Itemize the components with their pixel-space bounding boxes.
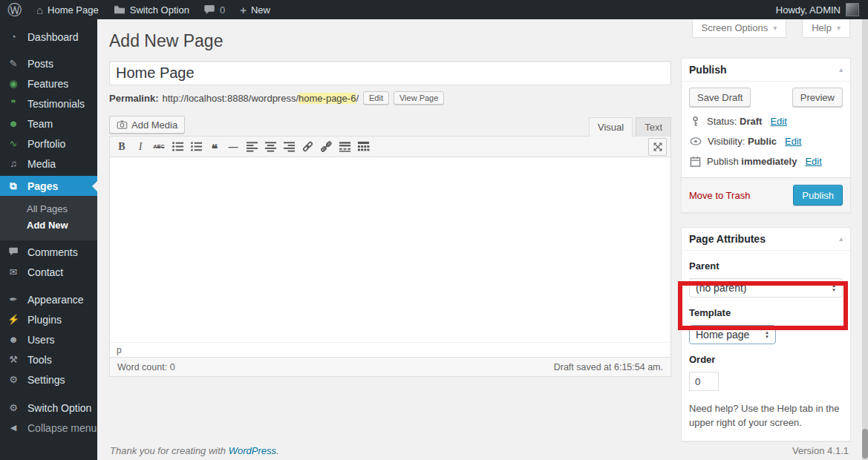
scrollbar-thumb[interactable] bbox=[862, 429, 868, 459]
move-to-trash-link[interactable]: Move to Trash bbox=[689, 190, 750, 201]
edit-status-link[interactable]: Edit bbox=[770, 116, 786, 127]
testimonials-icon: ❞ bbox=[7, 99, 20, 108]
chevron-down-icon: ▾ bbox=[837, 24, 841, 32]
status-pin-icon bbox=[690, 116, 701, 127]
admin-bar-account[interactable]: Howdy, ADMIN bbox=[776, 0, 868, 19]
editor-element-path[interactable]: p bbox=[110, 342, 670, 357]
schedule-value: immediately bbox=[741, 156, 797, 167]
sidebar-item-team[interactable]: ☻ Team bbox=[0, 114, 97, 134]
plus-icon: + bbox=[240, 4, 247, 16]
preview-button[interactable]: Preview bbox=[792, 88, 843, 107]
comments-bubble-icon bbox=[7, 247, 20, 257]
sidebar-item-label: Team bbox=[27, 118, 53, 130]
bullet-list-button[interactable] bbox=[169, 139, 186, 155]
status-label: Status: Draft bbox=[707, 116, 762, 127]
visibility-label: Visibility: Public bbox=[708, 136, 777, 147]
sidebar-item-plugins[interactable]: ⚡ Plugins bbox=[0, 309, 97, 329]
sidebar-item-collapse-menu[interactable]: ◀ Collapse menu bbox=[0, 418, 97, 438]
publish-button[interactable]: Publish bbox=[793, 185, 843, 206]
editor-column: Add New Page Permalink: http://localhost… bbox=[109, 30, 671, 377]
sidebar-item-switch-option[interactable]: ⚙ Switch Option bbox=[0, 398, 97, 418]
scrollbar-track[interactable] bbox=[862, 19, 868, 460]
sidebar-item-label: Porftolio bbox=[27, 138, 65, 150]
page-attributes-title: Page Attributes bbox=[689, 233, 766, 245]
align-right-button[interactable] bbox=[280, 139, 298, 155]
visibility-eye-icon bbox=[690, 137, 702, 146]
strikethrough-button[interactable]: ABC bbox=[150, 139, 168, 155]
page-title: Add New Page bbox=[109, 31, 671, 51]
align-left-button[interactable] bbox=[243, 139, 261, 155]
bold-button[interactable]: B bbox=[113, 139, 131, 155]
visibility-row: Visibility: Public Edit bbox=[690, 136, 842, 147]
editor-content-area[interactable] bbox=[110, 157, 670, 342]
template-select[interactable]: Home page ▲▼ bbox=[689, 325, 776, 344]
italic-button[interactable]: I bbox=[131, 139, 149, 155]
admin-bar-new[interactable]: + New bbox=[232, 0, 278, 19]
parent-select-value: (no parent) bbox=[696, 282, 746, 294]
wordpress-link[interactable]: WordPress bbox=[229, 445, 276, 456]
help-button[interactable]: Help ▾ bbox=[802, 19, 850, 38]
numbered-list-button[interactable] bbox=[187, 139, 205, 155]
page-attributes-header[interactable]: Page Attributes ▴ bbox=[682, 228, 850, 251]
sidebar-item-posts[interactable]: ✎ Posts bbox=[0, 53, 97, 73]
publish-box: Publish ▴ Save Draft Preview Status: Dra… bbox=[681, 58, 851, 213]
comment-count: 0 bbox=[220, 4, 225, 16]
select-arrows-icon: ▲▼ bbox=[832, 284, 836, 292]
publish-box-body: Save Draft Preview Status: Draft Edit Vi… bbox=[682, 82, 850, 177]
sidebar-item-appearance[interactable]: ✒ Appearance bbox=[0, 289, 97, 309]
submenu-item-add-new[interactable]: Add New bbox=[0, 217, 97, 234]
sidebar-item-testimonials[interactable]: ❞ Testimonials bbox=[0, 93, 97, 114]
align-center-button[interactable] bbox=[261, 139, 279, 155]
collapse-toggle-icon[interactable]: ▴ bbox=[839, 235, 843, 243]
sidebar-item-comments[interactable]: Comments bbox=[0, 242, 97, 262]
admin-bar-switch-option[interactable]: Switch Option bbox=[106, 0, 197, 19]
status-row: Status: Draft Edit bbox=[690, 116, 842, 127]
insert-link-button[interactable] bbox=[298, 139, 316, 155]
edit-visibility-link[interactable]: Edit bbox=[785, 136, 801, 147]
screen-options-button[interactable]: Screen Options ▾ bbox=[692, 19, 787, 38]
distraction-free-button[interactable] bbox=[648, 138, 667, 156]
posts-icon: ✎ bbox=[7, 59, 20, 68]
order-input[interactable] bbox=[689, 372, 719, 391]
screen-options-label: Screen Options bbox=[702, 22, 769, 33]
sidebar-item-label: Plugins bbox=[27, 314, 62, 326]
envelope-icon: ✉ bbox=[7, 267, 20, 277]
sidebar-item-label: Settings bbox=[27, 374, 65, 386]
toolbar-toggle-button[interactable] bbox=[354, 139, 372, 155]
remove-link-button[interactable] bbox=[317, 139, 335, 155]
sidebar-item-dashboard[interactable]: ◔ Dashboard bbox=[0, 27, 97, 47]
word-count: Word count: 0 bbox=[117, 362, 175, 372]
admin-bar-site-name[interactable]: ⌂ Home Page bbox=[29, 0, 106, 19]
sidebar-item-pages[interactable]: ⧉ Pages bbox=[0, 176, 97, 196]
tab-visual[interactable]: Visual bbox=[589, 117, 633, 137]
view-page-button[interactable]: View Page bbox=[394, 91, 444, 105]
submenu-item-all-pages[interactable]: All Pages bbox=[0, 201, 97, 217]
sidebar-item-settings[interactable]: ⚙ Settings bbox=[0, 369, 97, 390]
add-media-button[interactable]: Add Media bbox=[109, 116, 185, 134]
wordpress-logo-menu[interactable]: Ⓦ bbox=[0, 0, 29, 19]
tab-text[interactable]: Text bbox=[636, 117, 671, 137]
publish-box-header[interactable]: Publish ▴ bbox=[682, 59, 850, 82]
users-person-icon: ☻ bbox=[7, 335, 20, 344]
admin-bar-comments[interactable]: 0 bbox=[197, 0, 232, 19]
more-tag-button[interactable] bbox=[336, 139, 353, 155]
sidebar-item-contact[interactable]: ✉ Contact bbox=[0, 262, 97, 282]
post-title-input[interactable] bbox=[109, 61, 671, 85]
save-draft-button[interactable]: Save Draft bbox=[689, 88, 751, 107]
sidebar-item-label: Dashboard bbox=[27, 31, 79, 43]
blockquote-button[interactable]: ❝ bbox=[206, 137, 223, 157]
collapse-toggle-icon[interactable]: ▴ bbox=[839, 66, 843, 73]
sidebar-item-features[interactable]: ◉ Features bbox=[0, 73, 97, 93]
sidebar-item-porftolio[interactable]: ∿ Porftolio bbox=[0, 134, 97, 154]
site-name-label: Home Page bbox=[48, 4, 99, 16]
parent-select[interactable]: (no parent) ▲▼ bbox=[689, 278, 843, 298]
edit-permalink-button[interactable]: Edit bbox=[363, 91, 389, 105]
sidebar-item-media[interactable]: ♫ Media bbox=[0, 154, 97, 174]
horizontal-rule-button[interactable]: — bbox=[224, 139, 242, 155]
sidebar-item-tools[interactable]: ⚒ Tools bbox=[0, 349, 97, 369]
edit-schedule-link[interactable]: Edit bbox=[805, 156, 821, 167]
sidebar-item-label: Testimonials bbox=[27, 98, 85, 110]
new-label: New bbox=[251, 4, 270, 16]
sidebar-item-users[interactable]: ☻ Users bbox=[0, 329, 97, 349]
permalink-label: Permalink: bbox=[109, 93, 158, 104]
